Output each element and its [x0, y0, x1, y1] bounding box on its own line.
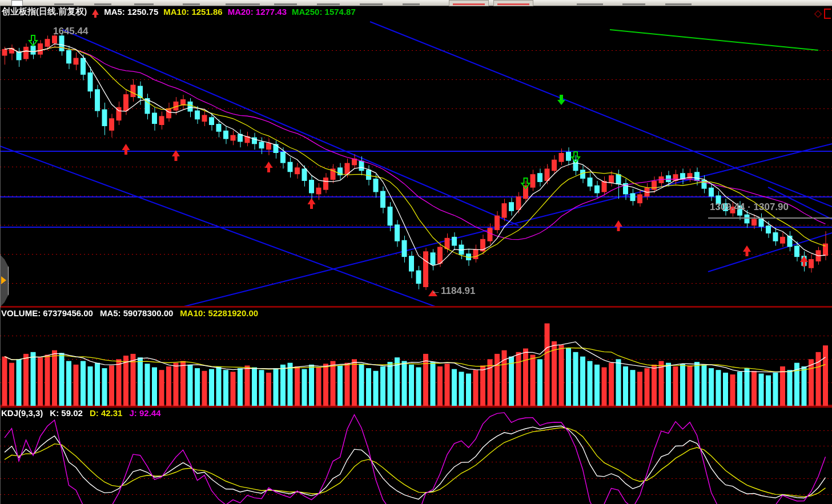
low-price-label: ←1184.91: [431, 285, 476, 297]
menu-button-red-1[interactable]: [449, 0, 489, 6]
trading-terminal: 创业板指(日线.前复权) MA5: 1250.75 MA10: 1251.86 …: [0, 0, 832, 504]
chart-title-bar: 创业板指(日线.前复权) MA5: 1250.75 MA10: 1251.86 …: [2, 6, 356, 17]
high-price-label: 1645.44: [53, 26, 88, 37]
partial-box-icon[interactable]: [824, 9, 831, 19]
symbol-title: 创业板指(日线.前复权): [2, 6, 87, 17]
volume-value: VOLUME: 67379456.00: [1, 308, 93, 318]
volume-ma5-value: MA5: 59078300.00: [100, 308, 173, 318]
gap-price-line: [708, 217, 832, 219]
corner-tools[interactable]: ◇: [814, 7, 831, 19]
kdj-d-value: D: 42.31: [90, 408, 123, 418]
kdj-indicator-name: KDJ(9,3,3): [1, 408, 43, 418]
menu-button-red-2[interactable]: [493, 0, 533, 6]
kdj-readout-bar: KDJ(9,3,3) K: 59.02 D: 42.31 J: 92.44: [1, 408, 161, 418]
expand-arrow-icon: [1, 276, 6, 284]
up-trend-arrow-icon: [92, 9, 99, 15]
ma250-readout: MA250: 1574.87: [292, 7, 356, 17]
ma10-readout: MA10: 1251.86: [163, 7, 222, 17]
ma5-readout: MA5: 1250.75: [104, 7, 158, 17]
kdj-j-value: J: 92.44: [129, 408, 160, 418]
kdj-k-value: K: 59.02: [50, 408, 83, 418]
ma20-readout: MA20: 1277.43: [228, 7, 287, 17]
volume-readout-bar: VOLUME: 67379456.00 MA5: 59078300.00 MA1…: [1, 308, 258, 318]
volume-ma10-value: MA10: 52281920.00: [180, 308, 258, 318]
gap-price-label: 1309.44 · 1307.90: [710, 201, 789, 213]
chart-canvas[interactable]: [0, 0, 832, 504]
diamond-icon[interactable]: ◇: [814, 7, 822, 19]
menu-icon[interactable]: [11, 0, 23, 6]
menu-bar[interactable]: [0, 0, 832, 6]
